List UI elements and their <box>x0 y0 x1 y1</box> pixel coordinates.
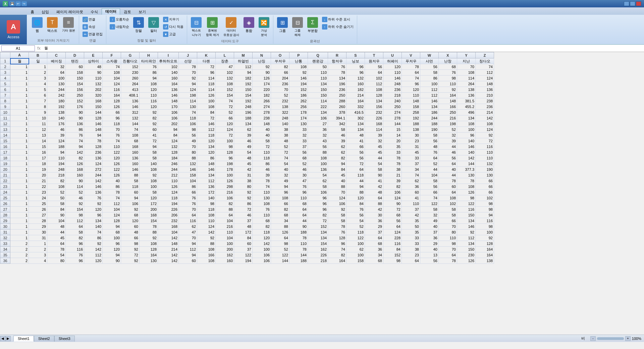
cell-8-7[interactable]: 136 <box>121 98 140 104</box>
cell-2-6[interactable]: 74 <box>103 64 121 70</box>
cell-5-3[interactable]: 130 <box>47 81 66 87</box>
cell-23-10[interactable]: 86 <box>179 184 197 190</box>
cell-9-11[interactable]: 108 <box>197 104 216 110</box>
cell-36-16[interactable]: 188 <box>289 258 308 264</box>
cell-24-26[interactable]: 66 <box>476 190 494 195</box>
cell-16-15[interactable]: 52 <box>271 144 289 150</box>
cell-5-15[interactable]: 236 <box>271 81 289 87</box>
cell-14-22[interactable]: 30 <box>402 133 420 138</box>
cell-28-23[interactable]: 32 <box>420 212 439 218</box>
cell-12-19[interactable]: 134 <box>346 121 365 127</box>
cell-21-10[interactable]: 158 <box>179 172 197 178</box>
cell-22-25[interactable]: 78 <box>457 178 476 184</box>
cell-16-26[interactable]: 116 <box>476 144 494 150</box>
cell-11-26[interactable]: 142 <box>476 115 494 121</box>
cell-13-18[interactable]: 58 <box>328 127 346 133</box>
btn-sort[interactable]: ⇅ 정렬 <box>131 16 146 34</box>
cell-22-10[interactable]: 104 <box>179 178 197 184</box>
cell-11-10[interactable]: 118 <box>179 115 197 121</box>
cell-26-5[interactable]: 92 <box>84 201 103 207</box>
cell-7-7[interactable]: 408.1 <box>121 93 140 98</box>
cell-34-22[interactable]: 38 <box>402 247 420 252</box>
cell-25-3[interactable]: 50 <box>47 195 66 201</box>
cell-19-8[interactable]: 140 <box>140 161 158 167</box>
cell-1-2[interactable]: 일 <box>29 58 47 64</box>
cell-7-20[interactable]: 128 <box>365 93 383 98</box>
cell-15-14[interactable]: 58 <box>253 138 271 144</box>
cell-28-5[interactable]: 96 <box>84 212 103 218</box>
cell-31-5[interactable]: 74 <box>84 230 103 235</box>
cell-20-12[interactable]: 178 <box>216 167 234 172</box>
cell-18-9[interactable]: 184 <box>158 155 179 161</box>
row-number-3[interactable]: 3 <box>0 70 10 76</box>
cell-14-16[interactable]: 32 <box>289 133 308 138</box>
cell-4-23[interactable]: 86 <box>420 76 439 81</box>
cell-21-25[interactable]: 130 <box>457 172 476 178</box>
btn-clear[interactable]: ✕ 지우기 <box>162 16 185 23</box>
cell-5-12[interactable]: 108 <box>216 81 234 87</box>
cell-26-14[interactable]: 108 <box>253 201 271 207</box>
cell-7-5[interactable]: 320 <box>84 93 103 98</box>
btn-show-level[interactable]: ↓ 하위 수준 표시 <box>321 16 355 23</box>
cell-35-23[interactable]: 13 <box>420 252 439 258</box>
cell-34-6[interactable]: 120 <box>103 247 121 252</box>
cell-26-16[interactable]: 68 <box>289 201 308 207</box>
cell-19-23[interactable]: 52 <box>420 161 439 167</box>
cell-31-25[interactable]: 92 <box>457 230 476 235</box>
cell-32-17[interactable]: 134 <box>308 235 328 241</box>
cell-35-21[interactable]: 152 <box>383 252 402 258</box>
cell-6-3[interactable]: 244 <box>47 87 66 93</box>
col-header-k[interactable]: K <box>197 52 216 58</box>
cell-25-25[interactable]: 98 <box>457 195 476 201</box>
cell-2-15[interactable]: 82 <box>271 64 289 70</box>
cell-16-16[interactable]: 37 <box>289 144 308 150</box>
cell-10-14[interactable]: 278 <box>253 110 271 115</box>
cell-24-15[interactable]: 96 <box>271 190 289 195</box>
cell-17-11[interactable]: 120 <box>197 150 216 155</box>
cell-21-16[interactable]: 30 <box>289 172 308 178</box>
cell-1-18[interactable]: 항저우 <box>328 58 346 64</box>
cell-15-9[interactable]: 124 <box>158 138 179 144</box>
cell-24-7[interactable]: 60 <box>121 190 140 195</box>
cell-6-9[interactable]: 136 <box>158 87 179 93</box>
cell-9-14[interactable]: 274 <box>253 104 271 110</box>
cell-8-5[interactable]: 168 <box>84 98 103 104</box>
cell-31-7[interactable]: 48 <box>121 230 140 235</box>
cell-29-2[interactable]: 28 <box>29 218 47 224</box>
cell-8-17[interactable]: 114 <box>308 98 328 104</box>
cell-7-8[interactable]: 110 <box>140 93 158 98</box>
cell-27-17[interactable]: 96 <box>308 207 328 212</box>
cell-28-15[interactable]: 68 <box>271 212 289 218</box>
cell-17-17[interactable]: 88 <box>308 150 328 155</box>
cell-30-22[interactable]: 50 <box>402 224 420 230</box>
maximize-btn[interactable] <box>630 1 635 6</box>
cell-30-18[interactable]: 78 <box>328 224 346 230</box>
cell-2-21[interactable]: 120 <box>383 64 402 70</box>
cell-8-8[interactable]: 116 <box>140 98 158 104</box>
cell-16-11[interactable]: 134 <box>197 144 216 150</box>
cell-2-2[interactable]: 1 <box>29 64 47 70</box>
cell-36-15[interactable]: 144 <box>271 258 289 264</box>
cell-12-14[interactable]: 148 <box>253 121 271 127</box>
cell-2-5[interactable]: 48 <box>84 64 103 70</box>
cell-20-4[interactable]: 168 <box>66 167 84 172</box>
cell-27-19[interactable]: 76 <box>346 207 365 212</box>
row-number-13[interactable]: 13 <box>0 127 10 133</box>
cell-27-18[interactable]: 92 <box>328 207 346 212</box>
cell-32-15[interactable]: 64 <box>271 235 289 241</box>
cell-28-25[interactable]: 150 <box>457 212 476 218</box>
cell-26-3[interactable]: 58 <box>47 201 66 207</box>
col-header-a[interactable]: A <box>10 52 29 58</box>
cell-36-8[interactable]: 130 <box>140 258 158 264</box>
cell-1-6[interactable]: 스자좡 <box>103 58 121 64</box>
cell-16-7[interactable]: 168 <box>121 144 140 150</box>
cell-2-16[interactable]: 108 <box>289 64 308 70</box>
cell-24-21[interactable]: 106 <box>383 190 402 195</box>
cell-20-7[interactable]: 146 <box>121 167 140 172</box>
cell-18-14[interactable]: 118 <box>253 155 271 161</box>
cell-30-9[interactable]: 168 <box>158 224 179 230</box>
cell-3-11[interactable]: 96 <box>197 70 216 76</box>
cell-27-23[interactable]: 58 <box>420 207 439 212</box>
cell-15-21[interactable]: 20 <box>383 138 402 144</box>
cell-1-14[interactable]: 난징 <box>253 58 271 64</box>
